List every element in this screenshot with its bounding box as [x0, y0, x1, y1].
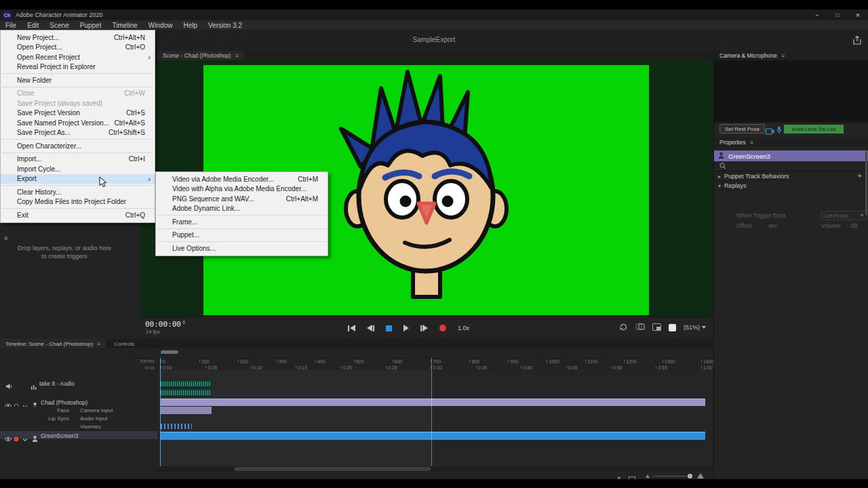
properties-search[interactable] — [714, 161, 868, 171]
frame-tick: 200 — [238, 358, 277, 365]
track-header-face[interactable]: Face Camera Input — [0, 407, 157, 414]
menu-item[interactable]: Video with Alpha via Adobe Media Encoder… — [156, 184, 328, 195]
menu-item[interactable]: Close Ctrl+W — [1, 89, 155, 99]
chad-track-clip[interactable] — [160, 399, 705, 406]
menu-bar-item[interactable]: Help — [178, 20, 203, 30]
menu-item[interactable]: Clear History... — [1, 187, 155, 197]
loop-icon[interactable] — [619, 321, 628, 333]
timeline-tab[interactable]: Timeline: Scene - Chad (Photoshop) ≡ — [0, 339, 106, 348]
menu-item[interactable]: Video via Adobe Media Encoder... Ctrl+M — [156, 174, 328, 184]
zoom-level-button[interactable]: (51%) — [684, 324, 706, 331]
menu-item[interactable]: Open Characterizer... — [1, 141, 155, 151]
record-armed-icon[interactable] — [14, 432, 19, 445]
menu-item[interactable]: Adobe Dynamic Link... — [156, 204, 328, 214]
menu-item[interactable]: Open Recent Project — [1, 52, 155, 62]
previous-frame-button[interactable] — [367, 323, 374, 333]
scrollbar-thumb[interactable] — [234, 467, 431, 471]
menu-item[interactable]: New Folder — [1, 75, 155, 85]
minimize-button[interactable] — [807, 9, 827, 20]
track-header-visemes[interactable]: Visemes — [0, 423, 157, 430]
camera-mic-controls: Set Rest Pose Audio Level Too Low — [714, 123, 868, 136]
selected-puppet-row[interactable]: GreenScreen3 — [714, 150, 868, 161]
menu-bar-item[interactable]: Scene — [44, 20, 74, 30]
menu-item[interactable]: Frame... — [156, 217, 328, 227]
eye-icon[interactable] — [4, 432, 12, 445]
add-behavior-button[interactable]: + — [858, 172, 862, 180]
menu-item[interactable]: Exit Ctrl+Q — [1, 210, 155, 220]
time-ruler[interactable]: 0:000:050:100:150:200:250:300:350:400:45… — [161, 365, 713, 370]
transparency-grid-icon[interactable] — [669, 324, 676, 331]
audio-take-clip[interactable] — [160, 380, 212, 388]
playback-speed-button[interactable]: 1.0x — [458, 323, 469, 333]
menu-item[interactable]: Save Project Version Ctrl+S — [1, 108, 155, 119]
time-tick: 0:45 — [566, 365, 611, 370]
maximize-button[interactable] — [827, 9, 848, 20]
speaker-icon[interactable] — [5, 380, 13, 392]
chevron-down-icon[interactable] — [22, 432, 28, 445]
menu-item[interactable]: New Project... Ctrl+Alt+N — [1, 33, 155, 43]
zoom-in-mountain-icon[interactable] — [697, 473, 704, 479]
zoom-slider-knob[interactable] — [688, 474, 692, 479]
track-header-greenscreen[interactable]: GreenScreen3 — [0, 431, 157, 440]
audio-take-clip[interactable] — [160, 388, 212, 396]
export-share-icon[interactable] — [852, 35, 863, 46]
microphone-icon[interactable] — [776, 125, 782, 137]
zoom-out-mountain-icon[interactable] — [646, 474, 650, 478]
panel-menu-icon[interactable]: ≡ — [750, 139, 753, 146]
panel-menu-icon[interactable]: ≡ — [97, 340, 100, 347]
scene-tab[interactable]: Scene - Chad (Photoshop) ≡ — [157, 51, 244, 60]
go-to-start-button[interactable] — [348, 323, 355, 333]
menu-bar-item[interactable]: Timeline — [106, 20, 142, 30]
menu-bar-item[interactable]: File — [0, 20, 22, 30]
menu-item[interactable]: Import Cycle... — [1, 164, 155, 174]
viseme-keyframes[interactable] — [161, 424, 192, 429]
set-rest-pose-button[interactable]: Set Rest Pose — [719, 124, 765, 134]
puppet-track-behaviors-section[interactable]: Puppet Track Behaviors + — [714, 171, 868, 181]
menu-item[interactable]: Open Project... Ctrl+O — [1, 43, 155, 53]
close-button[interactable] — [848, 9, 868, 20]
face-take-clip[interactable] — [160, 407, 212, 414]
menu-item[interactable]: Export — [1, 174, 155, 184]
record-button[interactable] — [439, 323, 446, 333]
panel-menu-icon[interactable]: ≡ — [4, 235, 8, 242]
menu-item[interactable]: Reveal Project in Explorer — [1, 62, 155, 73]
track-header-chad[interactable]: Chad (Photoshop) — [0, 398, 157, 406]
frames-ruler[interactable]: 0100200300400500600700800900100011001200… — [161, 358, 713, 365]
time-tick: 0:35 — [476, 365, 521, 370]
stop-button[interactable] — [386, 323, 392, 333]
menu-bar-item[interactable]: Window — [143, 20, 178, 30]
controls-tab[interactable]: Controls — [108, 339, 140, 348]
when-trigger-ends-dropdown[interactable]: Let Finish — [821, 211, 867, 220]
playhead[interactable] — [160, 358, 161, 466]
menu-item[interactable]: Copy Media Files into Project Folder — [1, 197, 155, 207]
menu-item[interactable]: PNG Sequence and WAV... Ctrl+Alt+M — [156, 194, 328, 204]
greenscreen-track-clip[interactable] — [160, 432, 705, 440]
timeline-zoom-slider[interactable] — [653, 476, 692, 476]
timeline-horizontal-scrollbar[interactable] — [157, 466, 713, 472]
menu-bar-item[interactable]: Edit — [22, 20, 44, 30]
panel-menu-icon[interactable]: ≡ — [781, 52, 785, 59]
menu-item[interactable]: Save Project As... Ctrl+Shift+S — [1, 128, 155, 138]
properties-scrollbar[interactable] — [865, 150, 867, 215]
menu-item[interactable]: Save Project (always saved) — [1, 98, 155, 108]
timecode-display[interactable]: 00:00:000 — [145, 320, 185, 329]
menu-item[interactable]: Import... Ctrl+I — [1, 155, 155, 165]
timeline-tracks-area[interactable] — [157, 370, 713, 466]
panel-menu-icon[interactable]: ≡ — [235, 52, 239, 59]
camera-icon[interactable] — [766, 125, 774, 138]
snapshot-icon[interactable] — [652, 321, 661, 333]
properties-panel-header: Properties ≡ — [714, 138, 868, 147]
replays-section[interactable]: Replays — [714, 181, 868, 190]
next-frame-button[interactable] — [420, 323, 428, 333]
track-header-audio[interactable]: take 8 - Audio — [0, 378, 157, 397]
menu-item[interactable]: Save Named Project Version... Ctrl+Alt+S — [1, 118, 155, 128]
menu-bar-item[interactable]: Puppet — [75, 20, 107, 30]
timeline-bottom-bar — [0, 472, 713, 479]
track-header-lipsync[interactable]: Lip Sync Audio Input — [0, 415, 157, 422]
timeline-scroll-pill[interactable] — [161, 350, 178, 354]
menu-item[interactable]: Live Options... — [156, 243, 328, 253]
onion-skin-icon[interactable] — [635, 321, 645, 333]
play-button[interactable] — [403, 323, 409, 333]
menu-bar-item[interactable]: Version 3.2 — [203, 20, 248, 30]
menu-item[interactable]: Puppet... — [156, 230, 328, 241]
